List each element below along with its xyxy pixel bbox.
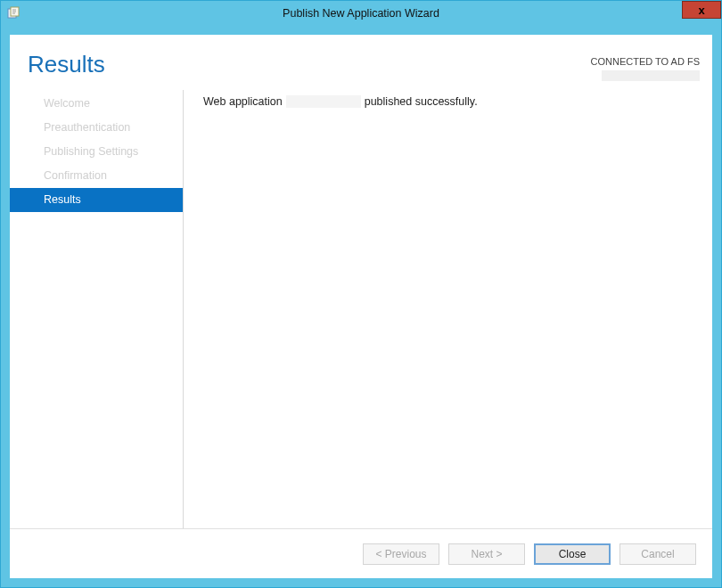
step-preauthentication: Preauthentication (10, 116, 183, 140)
step-results: Results (10, 188, 183, 212)
step-welcome: Welcome (10, 92, 183, 116)
content-frame: Results CONNECTED TO AD FS Welcome Preau… (1, 26, 721, 587)
main-panel: Web application published successfully. (184, 90, 712, 528)
result-app-name-redacted (286, 95, 361, 108)
close-window-button[interactable]: x (682, 1, 721, 19)
close-button[interactable]: Close (534, 543, 611, 565)
result-message: Web application published successfully. (203, 95, 694, 108)
footer: < Previous Next > Close Cancel (10, 528, 712, 578)
close-button-label: Close (559, 548, 587, 560)
connected-label: CONNECTED TO AD FS (591, 56, 700, 67)
step-publishing-settings: Publishing Settings (10, 140, 183, 164)
connected-server-placeholder (602, 70, 700, 81)
previous-button-label: < Previous (375, 548, 426, 560)
header-row: Results CONNECTED TO AD FS (10, 35, 712, 90)
wizard-window: Publish New Application Wizard x Results… (0, 0, 722, 588)
content: Results CONNECTED TO AD FS Welcome Preau… (10, 35, 712, 578)
window-title: Publish New Application Wizard (283, 7, 439, 20)
cancel-button-label: Cancel (641, 548, 674, 560)
result-message-suffix: published successfully. (365, 95, 478, 108)
step-confirmation: Confirmation (10, 164, 183, 188)
titlebar: Publish New Application Wizard x (1, 1, 721, 26)
app-icon (6, 6, 21, 20)
wizard-steps-sidebar: Welcome Preauthentication Publishing Set… (10, 90, 184, 528)
cancel-button: Cancel (619, 543, 696, 565)
result-message-prefix: Web application (203, 95, 283, 108)
connection-status: CONNECTED TO AD FS (591, 51, 700, 81)
close-icon: x (698, 4, 704, 17)
body: Welcome Preauthentication Publishing Set… (10, 90, 712, 528)
next-button: Next > (448, 543, 525, 565)
next-button-label: Next > (471, 548, 502, 560)
page-title: Results (28, 51, 105, 78)
previous-button: < Previous (363, 543, 439, 565)
